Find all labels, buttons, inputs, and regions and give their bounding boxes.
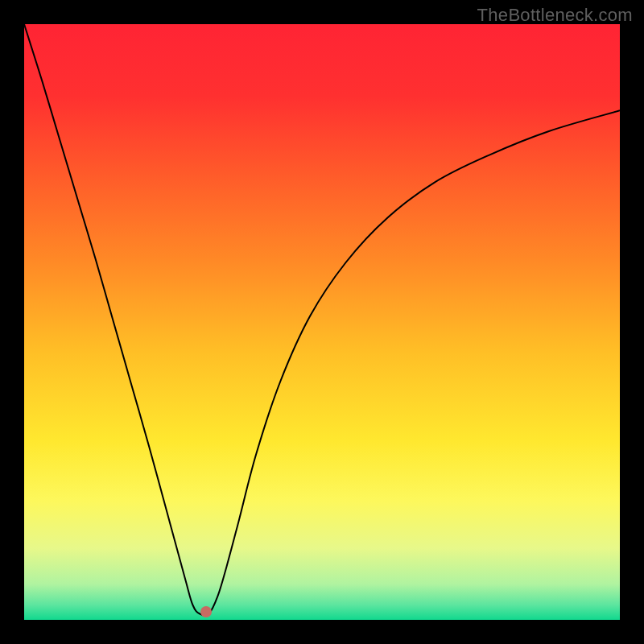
plot-area xyxy=(24,24,620,620)
chart-frame: TheBottleneck.com xyxy=(0,0,644,644)
watermark-text: TheBottleneck.com xyxy=(477,5,633,26)
bottleneck-curve xyxy=(24,24,620,620)
optimal-point-marker xyxy=(200,606,212,617)
